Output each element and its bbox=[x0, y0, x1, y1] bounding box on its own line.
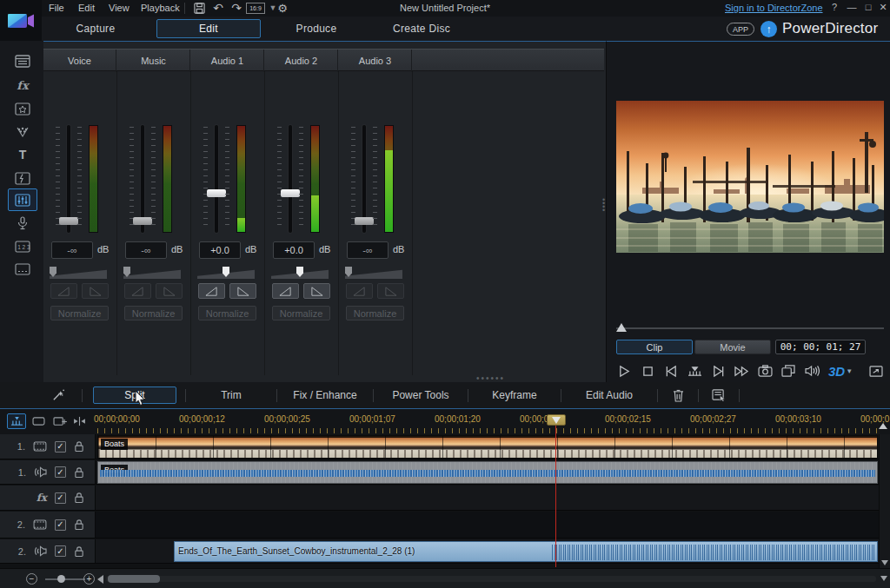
undock-preview-button[interactable] bbox=[780, 363, 796, 379]
lock-icon[interactable] bbox=[74, 545, 84, 558]
next-frame-button[interactable] bbox=[710, 363, 726, 379]
volume-fader[interactable] bbox=[130, 125, 156, 233]
tab-movie[interactable]: Movie bbox=[694, 340, 771, 354]
fade-out-button[interactable] bbox=[229, 283, 256, 299]
tab-capture[interactable]: Capture bbox=[54, 19, 137, 38]
horizontal-scrollbar-track[interactable] bbox=[106, 576, 876, 582]
lock-icon[interactable] bbox=[74, 492, 84, 504]
title-room-icon[interactable]: T bbox=[8, 143, 37, 166]
scroll-down-corner-icon[interactable] bbox=[880, 576, 887, 581]
previous-frame-button[interactable] bbox=[663, 363, 679, 379]
fader-handle[interactable] bbox=[59, 217, 78, 225]
fade-out-button[interactable] bbox=[82, 283, 109, 299]
db-value[interactable]: +0.0 bbox=[199, 241, 241, 259]
transition-room-icon[interactable] bbox=[8, 167, 37, 189]
normalize-button[interactable]: Normalize bbox=[124, 306, 183, 320]
save-icon[interactable] bbox=[191, 1, 207, 15]
normalize-button[interactable]: Normalize bbox=[198, 306, 256, 320]
fade-in-button[interactable] bbox=[50, 283, 77, 299]
zoom-out-button[interactable]: − bbox=[26, 573, 37, 585]
track-enable-checkbox[interactable]: ✓ bbox=[55, 492, 66, 504]
gain-slider[interactable] bbox=[271, 268, 329, 279]
preview-seek-bar[interactable] bbox=[616, 323, 884, 332]
tab-edit[interactable]: Edit bbox=[156, 19, 261, 38]
fader-handle[interactable] bbox=[355, 217, 374, 225]
minimize-button[interactable]: — bbox=[845, 2, 859, 12]
play-button[interactable] bbox=[616, 363, 632, 379]
db-value[interactable]: -∞ bbox=[125, 241, 167, 259]
zoom-slider-track[interactable] bbox=[45, 578, 85, 580]
zoom-slider-handle[interactable] bbox=[57, 575, 65, 583]
video-clip-boats[interactable]: Boats bbox=[97, 435, 878, 459]
volume-fader[interactable] bbox=[351, 125, 377, 233]
fade-out-button[interactable] bbox=[303, 283, 330, 299]
voiceover-room-icon[interactable] bbox=[8, 212, 37, 235]
fade-out-button[interactable] bbox=[156, 283, 183, 299]
normalize-button[interactable]: Normalize bbox=[50, 306, 109, 320]
stop-button[interactable] bbox=[640, 363, 655, 379]
resize-preview-button[interactable] bbox=[868, 363, 884, 379]
zoom-in-button[interactable]: + bbox=[83, 573, 95, 585]
menu-view[interactable]: View bbox=[103, 2, 135, 14]
track-enable-checkbox[interactable]: ✓ bbox=[55, 441, 66, 453]
subtitle-room-icon[interactable] bbox=[8, 258, 37, 281]
seek-track[interactable] bbox=[616, 327, 884, 329]
gain-slider[interactable] bbox=[197, 268, 255, 279]
select-clips-icon[interactable] bbox=[711, 387, 727, 403]
redo-icon[interactable]: ↷ bbox=[229, 1, 244, 15]
fade-in-button[interactable] bbox=[124, 283, 151, 299]
edit-audio-button[interactable]: Edit Audio bbox=[561, 386, 657, 404]
music-clip[interactable]: Ends_Of_The_Earth_Sunset_Cowboy_instrume… bbox=[174, 541, 878, 562]
timecode-display[interactable]: 00; 00; 01; 27 bbox=[775, 340, 866, 354]
snapshot-button[interactable] bbox=[757, 363, 773, 379]
timeline-view-button[interactable] bbox=[7, 413, 26, 429]
lock-icon[interactable] bbox=[74, 519, 84, 531]
db-value[interactable]: -∞ bbox=[347, 241, 389, 259]
signin-directorzone-link[interactable]: Sign in to DirectorZone bbox=[725, 3, 823, 13]
audio-clip-boats[interactable]: Boats bbox=[97, 461, 878, 484]
track-enable-checkbox[interactable]: ✓ bbox=[55, 519, 66, 531]
storyboard-view-button[interactable] bbox=[29, 413, 48, 429]
gain-slider[interactable] bbox=[50, 268, 107, 279]
menu-playback[interactable]: Playback bbox=[136, 2, 185, 14]
volume-fader[interactable] bbox=[203, 125, 229, 233]
scroll-up-icon[interactable] bbox=[879, 423, 887, 429]
horizontal-scrollbar-thumb[interactable] bbox=[108, 575, 160, 583]
maximize-button[interactable]: □ bbox=[861, 2, 875, 12]
playhead-handle[interactable] bbox=[547, 414, 566, 426]
normalize-button[interactable]: Normalize bbox=[346, 306, 404, 320]
gain-slider[interactable] bbox=[123, 268, 181, 279]
tab-produce[interactable]: Produce bbox=[275, 19, 358, 38]
fade-in-button[interactable] bbox=[272, 283, 299, 299]
aspect-ratio-selector[interactable]: 16:9 bbox=[246, 3, 265, 14]
snap-to-clips-button[interactable] bbox=[70, 413, 89, 429]
magic-wand-icon[interactable] bbox=[50, 387, 66, 403]
scroll-down-icon[interactable] bbox=[881, 560, 888, 565]
db-value[interactable]: +0.0 bbox=[273, 241, 315, 259]
delete-trash-icon[interactable] bbox=[670, 387, 686, 403]
fader-handle[interactable] bbox=[207, 189, 226, 197]
timeline-ruler[interactable]: 00;00;00;00 00;00;00;12 00;00;00;25 00;0… bbox=[0, 408, 890, 434]
fast-forward-button[interactable] bbox=[734, 363, 749, 379]
video-viewport[interactable] bbox=[616, 101, 884, 253]
normalize-button[interactable]: Normalize bbox=[272, 306, 330, 320]
vertical-scrollbar[interactable] bbox=[879, 434, 890, 568]
fix-enhance-button[interactable]: Fix / Enhance bbox=[277, 386, 373, 404]
panel-splitter-grip[interactable]: •••• bbox=[602, 198, 605, 212]
seek-handle[interactable] bbox=[616, 323, 627, 332]
volume-fader[interactable] bbox=[277, 125, 303, 233]
track-manager-button[interactable] bbox=[50, 413, 70, 429]
track-enable-checkbox[interactable]: ✓ bbox=[55, 545, 66, 557]
close-button[interactable]: ✕ bbox=[876, 2, 890, 13]
volume-fader[interactable] bbox=[56, 125, 82, 233]
pip-objects-room-icon[interactable] bbox=[8, 97, 37, 120]
settings-gear-icon[interactable]: ⚙ bbox=[275, 1, 290, 15]
help-button[interactable]: ? bbox=[827, 2, 841, 12]
volume-button[interactable] bbox=[804, 363, 820, 379]
db-value[interactable]: -∞ bbox=[51, 241, 93, 259]
effect-room-icon[interactable]: fx bbox=[8, 74, 37, 96]
go-to-marker-button[interactable] bbox=[687, 363, 702, 379]
menu-edit[interactable]: Edit bbox=[73, 2, 100, 14]
lock-icon[interactable] bbox=[74, 466, 84, 479]
upgrade-icon[interactable]: ↑ bbox=[760, 21, 777, 37]
